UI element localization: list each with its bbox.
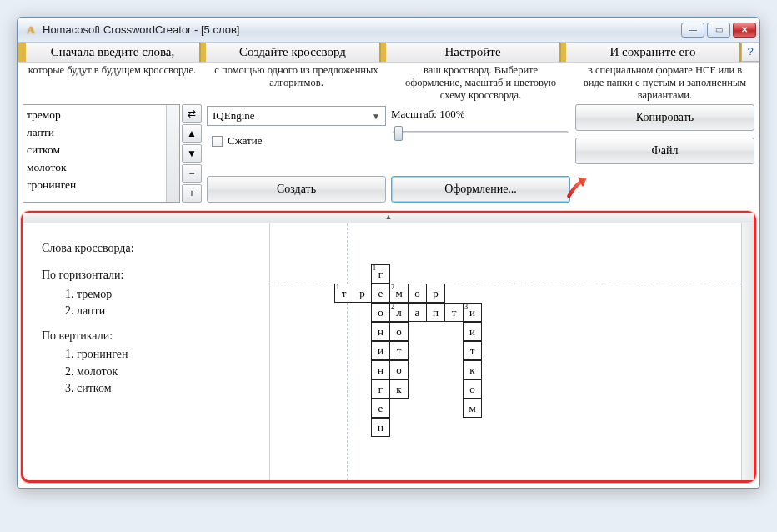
cw-cell: к (463, 360, 482, 379)
minimize-button[interactable]: — (681, 23, 704, 38)
algorithm-selected: IQEngine (213, 109, 255, 123)
step1-header: Сначала введите слова, (18, 43, 201, 62)
word-line: гронинген (27, 177, 176, 194)
step3-header: Настройте (381, 43, 561, 62)
clue-item: 2. лапти (65, 303, 261, 319)
steps-header-row: Сначала введите слова, Создайте кроссвор… (18, 43, 759, 63)
crossword-canvas[interactable]: 1г 1т р е 2м о р о 2л а (270, 223, 754, 480)
cw-cell: т (444, 303, 464, 322)
file-button[interactable]: Файл (575, 138, 754, 164)
algorithm-select[interactable]: IQEngine ▼ (207, 106, 386, 126)
cw-cell: н (371, 360, 390, 379)
word-line: лапти (27, 124, 176, 142)
cw-cell: о (371, 303, 390, 322)
words-textarea[interactable]: тремор лапти ситком молоток гронинген (23, 104, 180, 203)
cw-cell: к (389, 379, 409, 399)
cw-cell: п (426, 303, 445, 322)
cw-cell: 3и (463, 303, 482, 322)
cw-cell: и (371, 341, 390, 360)
slider-track (393, 131, 569, 133)
cw-cell: о (408, 284, 427, 303)
down-heading: По вертикали: (42, 328, 261, 344)
help-button[interactable]: ? (741, 43, 759, 62)
clue-item: 1. гронинген (65, 346, 261, 363)
preview-splitter[interactable] (23, 213, 754, 223)
step4-header: И сохраните его (561, 43, 741, 62)
cw-cell: и (463, 322, 482, 341)
clue-item: 2. молоток (65, 364, 261, 380)
across-heading: По горизонтали: (42, 267, 261, 284)
cw-cell: 2л (389, 303, 409, 322)
panel3-desc: ваш кроссворд. Выберите оформление, масш… (391, 64, 570, 104)
cw-cell: о (463, 379, 482, 399)
close-button[interactable]: ✕ (733, 23, 756, 38)
panel-create: с помощью одного из предложенных алгорит… (207, 64, 386, 203)
cw-cell: н (371, 322, 390, 341)
clues-title: Слова кроссворда: (42, 240, 261, 257)
word-line: молоток (27, 159, 176, 177)
words-scrollbar[interactable] (166, 105, 179, 202)
copy-button[interactable]: Копировать (575, 104, 754, 131)
preview-area: Слова кроссворда: По горизонтали: 1. тре… (21, 211, 756, 483)
cw-cell: 1т (334, 284, 353, 303)
app-icon: A (24, 23, 38, 37)
move-up-button[interactable]: ▲ (182, 124, 202, 143)
create-button[interactable]: Создать (207, 176, 386, 203)
cw-cell: о (389, 360, 409, 379)
zoom-slider[interactable] (391, 123, 570, 143)
add-word-button[interactable]: + (182, 184, 202, 203)
clues-pane: Слова кроссворда: По горизонтали: 1. тре… (23, 223, 270, 480)
cw-cell: 2м (389, 284, 409, 303)
cw-cell: р (426, 284, 445, 303)
clue-item: 1. тремор (65, 286, 261, 303)
cw-cell: о (389, 322, 409, 341)
compress-checkbox[interactable] (212, 136, 223, 147)
move-down-button[interactable]: ▼ (182, 144, 202, 163)
panel1-desc: которые будут в будущем кроссворде. (23, 64, 202, 104)
canvas-scrollbar[interactable] (741, 223, 754, 480)
cw-cell: р (353, 284, 372, 303)
zoom-label: Масштаб: 100% (391, 108, 570, 121)
design-button[interactable]: Оформление... (391, 176, 570, 203)
cw-cell: т (389, 341, 409, 360)
step2-header: Создайте кроссворд (201, 43, 381, 62)
titlebar: A Homacosoft CrosswordCreator - [5 слов]… (18, 18, 759, 43)
slider-thumb[interactable] (394, 126, 403, 141)
window-title: Homacosoft CrosswordCreator - [5 слов] (43, 23, 239, 36)
swap-button[interactable]: ⇄ (182, 104, 202, 123)
app-window: A Homacosoft CrosswordCreator - [5 слов]… (17, 17, 760, 489)
cw-cell: е (371, 284, 390, 303)
cw-cell: 1г (371, 264, 390, 284)
compress-label: Сжатие (228, 134, 263, 148)
cw-cell: г (371, 379, 390, 399)
cw-cell: н (371, 418, 390, 437)
cw-cell: е (371, 399, 390, 418)
word-line: ситком (27, 142, 176, 159)
panel4-desc: в специальном формате HCF или в виде пап… (575, 64, 754, 104)
cw-cell: а (408, 303, 427, 322)
crossword-grid: 1г 1т р е 2м о р о 2л а (335, 265, 482, 438)
clue-item: 3. ситком (65, 380, 261, 397)
panel-save: в специальном формате HCF или в виде пап… (575, 64, 754, 203)
cw-cell: т (463, 341, 482, 360)
chevron-down-icon: ▼ (372, 112, 380, 121)
cw-cell: м (463, 399, 482, 418)
maximize-button[interactable]: ▭ (707, 23, 730, 38)
panel-tune: ваш кроссворд. Выберите оформление, масш… (391, 64, 570, 203)
word-line: тремор (27, 107, 176, 124)
remove-word-button[interactable]: − (182, 164, 202, 183)
panel2-desc: с помощью одного из предложенных алгорит… (207, 64, 386, 104)
panel-words: которые будут в будущем кроссворде. трем… (23, 64, 202, 203)
